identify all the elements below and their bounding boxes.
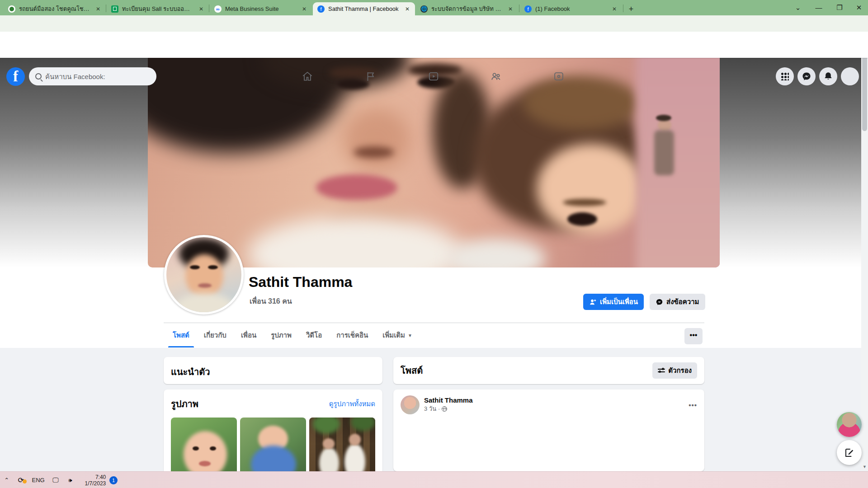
tab-about[interactable]: เกี่ยวกับ (197, 323, 234, 347)
profile-picture-photo (166, 237, 241, 312)
speaker-icon[interactable]: 🕪 (63, 477, 78, 484)
close-tab-icon[interactable]: ✕ (403, 5, 411, 13)
notification-count-badge[interactable]: 1 (109, 476, 118, 484)
filter-button[interactable]: ตัวกรอง (652, 362, 697, 379)
window-close-button[interactable]: ✕ (850, 0, 868, 15)
post-author-avatar[interactable] (401, 395, 420, 414)
notifications-button[interactable] (819, 67, 837, 85)
chevron-down-icon: ▼ (408, 333, 412, 338)
scroll-down-icon[interactable]: ▼ (861, 464, 868, 470)
intro-title: แนะนำตัว (171, 365, 375, 379)
taskbar: Search ▣ /A ⌃ ⟳ ENG 🖵 (0, 471, 868, 488)
nav-watch[interactable] (404, 63, 463, 89)
public-globe-icon (442, 406, 447, 412)
filters-icon (658, 367, 665, 374)
tab-more[interactable]: เพิ่มเติม▼ (375, 323, 420, 347)
compose-button[interactable] (837, 440, 862, 465)
profile-more-actions-button[interactable]: ••• (684, 328, 703, 344)
window-minimize-button[interactable]: — (808, 0, 829, 15)
tab-title: ระบบจัดการข้อมูล บริษัท โชตคูณโชต ส (431, 4, 503, 14)
taskbar-clock[interactable]: 7:40 1/7/2023 (77, 474, 106, 487)
browser-tab-bar: รถยนต์มือสอง โชตคูณโชต อุดรธานี ✕ ทะเบีย… (0, 0, 868, 15)
messenger-icon (656, 298, 663, 306)
post-time[interactable]: 3 วัน (424, 404, 436, 413)
search-input[interactable] (45, 73, 150, 80)
tab-checkins[interactable]: การเช็คอิน (329, 323, 375, 347)
message-label: ส่งข้อความ (666, 296, 699, 307)
tab-title: Sathit Thamma | Facebook (328, 5, 400, 12)
apps-menu-button[interactable] (776, 67, 794, 85)
tab-friends[interactable]: เพื่อน (234, 323, 264, 347)
nav-pages[interactable] (341, 63, 400, 89)
facebook-search[interactable] (29, 67, 156, 85)
chat-head-avatar[interactable] (837, 412, 862, 437)
browser-tab-6[interactable]: f (1) Facebook ✕ (520, 2, 622, 15)
close-tab-icon[interactable]: ✕ (94, 5, 102, 13)
tab-videos[interactable]: วิดีโอ (299, 323, 329, 347)
nav-gaming[interactable] (529, 63, 588, 89)
nav-home[interactable] (278, 63, 337, 89)
browser-tab-3[interactable]: ∞ Meta Business Suite ✕ (210, 2, 312, 15)
browser-tab-4-active[interactable]: f Sathit Thamma | Facebook ✕ (313, 2, 415, 15)
facebook-icon: f (317, 5, 325, 13)
date: 1/7/2023 (85, 480, 106, 487)
video-play-icon (428, 70, 439, 82)
bell-icon (823, 71, 833, 81)
nav-groups[interactable] (467, 63, 525, 89)
edit-pencil-icon (844, 447, 855, 458)
browser-toolbar: ← → ⟳ facebook.com/sathit.thamma.7 ↗ ☆ ⋮ (0, 15, 868, 32)
time: 7:40 (95, 474, 106, 480)
tab-title: (1) Facebook (535, 5, 607, 12)
photos-title: รูปภาพ (171, 397, 198, 411)
messenger-button[interactable] (797, 67, 816, 85)
onedrive-sync-icon[interactable]: ⟳ (14, 476, 28, 484)
home-icon (302, 70, 313, 82)
close-tab-icon[interactable]: ✕ (506, 5, 514, 13)
browser-tab-5[interactable]: 🌐 ระบบจัดการข้อมูล บริษัท โชตคูณโชต ส ✕ (416, 2, 518, 15)
language-indicator[interactable]: ENG (28, 477, 48, 483)
new-tab-button[interactable]: + (626, 4, 637, 14)
tab-photos[interactable]: รูปภาพ (264, 323, 299, 347)
filter-label: ตัวกรอง (668, 365, 692, 376)
posts-title: โพสต์ (401, 363, 423, 378)
browser-tab-2[interactable]: ทะเบียนคุม Sall ระบบออนไลน์.xlsx - G ✕ (107, 2, 209, 15)
messenger-icon (802, 71, 811, 81)
cover-photo[interactable] (148, 58, 720, 267)
person-add-icon (589, 298, 597, 306)
window-restore-button[interactable]: ❐ (829, 0, 850, 15)
see-all-photos-link[interactable]: ดูรูปภาพทั้งหมด (329, 399, 375, 409)
tab-title: รถยนต์มือสอง โชตคูณโชต อุดรธานี (19, 4, 90, 14)
close-tab-icon[interactable]: ✕ (197, 5, 205, 13)
profile-name: Sathit Thamma (249, 274, 352, 291)
groups-icon (490, 70, 502, 82)
tab-posts[interactable]: โพสต์ (165, 323, 197, 347)
tray-expand-chevron-icon[interactable]: ⌃ (0, 477, 14, 483)
globe-icon: 🌐 (420, 5, 428, 13)
close-tab-icon[interactable]: ✕ (610, 5, 618, 13)
browser-tab-1[interactable]: รถยนต์มือสอง โชตคูณโชต อุดรธานี ✕ (4, 2, 106, 15)
post-author-name[interactable]: Sathit Thamma (424, 396, 684, 404)
search-icon (35, 73, 42, 80)
intro-card: แนะนำตัว (164, 357, 382, 384)
add-friend-label: เพิ่มเป็นเพื่อน (600, 296, 638, 307)
screen: รถยนต์มือสอง โชตคูณโชต อุดรธานี ✕ ทะเบีย… (0, 0, 868, 488)
system-tray: ⌃ ⟳ ENG 🖵 🕪 7:40 1/7/2023 1 (0, 472, 118, 488)
friend-count[interactable]: เพื่อน 316 คน (250, 296, 292, 307)
facebook-profile-avatar[interactable] (841, 67, 859, 85)
post-menu-kebab-icon[interactable]: ••• (689, 401, 697, 409)
tab-title: ทะเบียนคุม Sall ระบบออนไลน์.xlsx - G (122, 4, 193, 14)
tab-search-chevron-icon[interactable]: ⌄ (788, 0, 808, 15)
google-sheets-icon (111, 5, 118, 13)
facebook-header: f (0, 32, 868, 58)
message-button[interactable]: ส่งข้อความ (650, 294, 705, 310)
grid-icon (781, 72, 789, 80)
posts-header-card: โพสต์ ตัวกรอง (393, 357, 704, 384)
tab-title: Meta Business Suite (225, 5, 297, 12)
meta-icon: ∞ (214, 5, 222, 13)
close-tab-icon[interactable]: ✕ (300, 5, 308, 13)
profile-header-band (0, 267, 861, 348)
network-display-icon[interactable]: 🖵 (48, 476, 63, 484)
facebook-logo-icon[interactable]: f (6, 67, 25, 86)
add-friend-button[interactable]: เพิ่มเป็นเพื่อน (583, 294, 644, 310)
profile-picture[interactable] (164, 235, 244, 314)
